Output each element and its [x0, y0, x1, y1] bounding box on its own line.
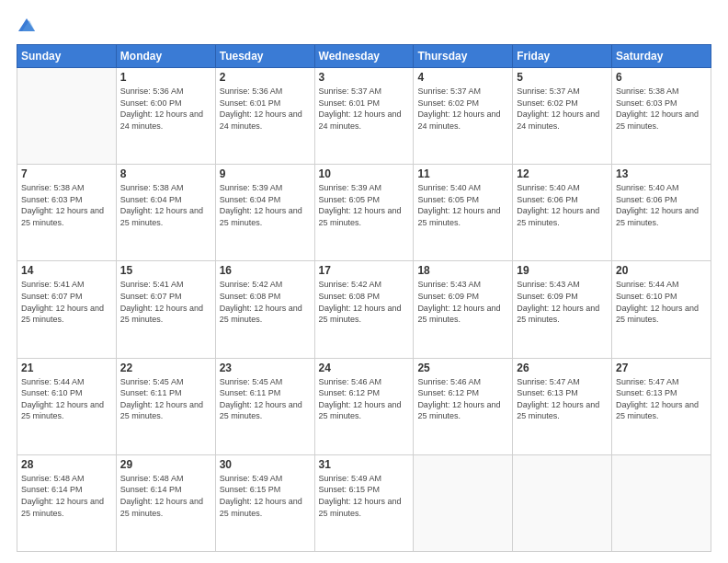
day-number: 9	[220, 167, 311, 180]
day-info: Sunrise: 5:47 AMSunset: 6:13 PMDaylight:…	[616, 376, 707, 422]
day-info: Sunrise: 5:36 AMSunset: 6:01 PMDaylight:…	[220, 86, 311, 132]
day-info: Sunrise: 5:48 AMSunset: 6:14 PMDaylight:…	[120, 473, 211, 519]
calendar-week-row: 14Sunrise: 5:41 AMSunset: 6:07 PMDayligh…	[17, 261, 711, 358]
calendar-cell: 19Sunrise: 5:43 AMSunset: 6:09 PMDayligh…	[513, 261, 612, 358]
calendar-cell: 18Sunrise: 5:43 AMSunset: 6:09 PMDayligh…	[414, 261, 513, 358]
day-number: 13	[616, 167, 707, 180]
day-number: 3	[319, 71, 410, 84]
day-info: Sunrise: 5:42 AMSunset: 6:08 PMDaylight:…	[319, 279, 410, 325]
calendar-cell	[612, 454, 711, 551]
day-number: 7	[21, 167, 112, 180]
day-info: Sunrise: 5:47 AMSunset: 6:13 PMDaylight:…	[517, 376, 608, 422]
calendar-cell: 14Sunrise: 5:41 AMSunset: 6:07 PMDayligh…	[17, 261, 117, 358]
day-number: 11	[417, 167, 508, 180]
day-number: 10	[319, 167, 410, 180]
calendar-cell: 6Sunrise: 5:38 AMSunset: 6:03 PMDaylight…	[612, 68, 711, 165]
weekday-header: Sunday	[17, 45, 117, 68]
day-info: Sunrise: 5:43 AMSunset: 6:09 PMDaylight:…	[517, 279, 608, 325]
calendar-cell: 16Sunrise: 5:42 AMSunset: 6:08 PMDayligh…	[215, 261, 314, 358]
day-info: Sunrise: 5:38 AMSunset: 6:03 PMDaylight:…	[21, 182, 112, 228]
calendar-cell: 7Sunrise: 5:38 AMSunset: 6:03 PMDaylight…	[17, 165, 117, 261]
calendar-cell: 23Sunrise: 5:45 AMSunset: 6:11 PMDayligh…	[215, 358, 314, 454]
day-number: 8	[120, 167, 211, 180]
day-info: Sunrise: 5:41 AMSunset: 6:07 PMDaylight:…	[120, 279, 211, 325]
day-info: Sunrise: 5:42 AMSunset: 6:08 PMDaylight:…	[220, 279, 311, 325]
logo-icon	[17, 15, 37, 35]
day-info: Sunrise: 5:40 AMSunset: 6:05 PMDaylight:…	[417, 182, 508, 228]
calendar-cell: 4Sunrise: 5:37 AMSunset: 6:02 PMDaylight…	[414, 68, 513, 165]
logo	[17, 17, 39, 35]
day-info: Sunrise: 5:37 AMSunset: 6:02 PMDaylight:…	[417, 86, 508, 132]
weekday-header-row: SundayMondayTuesdayWednesdayThursdayFrid…	[17, 45, 711, 68]
day-number: 1	[120, 71, 211, 84]
day-number: 2	[220, 71, 311, 84]
day-info: Sunrise: 5:36 AMSunset: 6:00 PMDaylight:…	[120, 86, 211, 132]
day-number: 27	[616, 362, 707, 374]
calendar-week-row: 21Sunrise: 5:44 AMSunset: 6:10 PMDayligh…	[17, 358, 711, 454]
calendar-cell: 9Sunrise: 5:39 AMSunset: 6:04 PMDaylight…	[215, 165, 314, 261]
day-number: 4	[417, 71, 508, 84]
calendar-week-row: 7Sunrise: 5:38 AMSunset: 6:03 PMDaylight…	[17, 165, 711, 261]
day-info: Sunrise: 5:49 AMSunset: 6:15 PMDaylight:…	[319, 473, 410, 519]
day-info: Sunrise: 5:37 AMSunset: 6:01 PMDaylight:…	[319, 86, 410, 132]
page: SundayMondayTuesdayWednesdayThursdayFrid…	[0, 0, 728, 563]
calendar-table: SundayMondayTuesdayWednesdayThursdayFrid…	[17, 44, 711, 552]
calendar-cell: 26Sunrise: 5:47 AMSunset: 6:13 PMDayligh…	[513, 358, 612, 454]
day-number: 20	[616, 264, 707, 277]
day-number: 28	[21, 458, 112, 471]
day-number: 15	[120, 264, 211, 277]
day-info: Sunrise: 5:38 AMSunset: 6:04 PMDaylight:…	[120, 182, 211, 228]
calendar-cell: 22Sunrise: 5:45 AMSunset: 6:11 PMDayligh…	[116, 358, 215, 454]
calendar-cell: 10Sunrise: 5:39 AMSunset: 6:05 PMDayligh…	[314, 165, 414, 261]
day-number: 22	[120, 362, 211, 374]
calendar-cell: 28Sunrise: 5:48 AMSunset: 6:14 PMDayligh…	[17, 454, 117, 551]
day-number: 31	[319, 458, 410, 471]
day-info: Sunrise: 5:37 AMSunset: 6:02 PMDaylight:…	[517, 86, 608, 132]
day-number: 12	[517, 167, 608, 180]
calendar-cell: 30Sunrise: 5:49 AMSunset: 6:15 PMDayligh…	[215, 454, 314, 551]
calendar-cell	[414, 454, 513, 551]
day-info: Sunrise: 5:38 AMSunset: 6:03 PMDaylight:…	[616, 86, 707, 132]
calendar-cell: 3Sunrise: 5:37 AMSunset: 6:01 PMDaylight…	[314, 68, 414, 165]
day-info: Sunrise: 5:39 AMSunset: 6:05 PMDaylight:…	[319, 182, 410, 228]
calendar-cell: 1Sunrise: 5:36 AMSunset: 6:00 PMDaylight…	[116, 68, 215, 165]
day-info: Sunrise: 5:46 AMSunset: 6:12 PMDaylight:…	[417, 376, 508, 422]
calendar-week-row: 1Sunrise: 5:36 AMSunset: 6:00 PMDaylight…	[17, 68, 711, 165]
day-info: Sunrise: 5:45 AMSunset: 6:11 PMDaylight:…	[120, 376, 211, 422]
day-number: 17	[319, 264, 410, 277]
weekday-header: Thursday	[414, 45, 513, 68]
day-info: Sunrise: 5:41 AMSunset: 6:07 PMDaylight:…	[21, 279, 112, 325]
weekday-header: Tuesday	[215, 45, 314, 68]
calendar-cell: 31Sunrise: 5:49 AMSunset: 6:15 PMDayligh…	[314, 454, 414, 551]
weekday-header: Monday	[116, 45, 215, 68]
calendar-cell: 25Sunrise: 5:46 AMSunset: 6:12 PMDayligh…	[414, 358, 513, 454]
calendar-cell: 13Sunrise: 5:40 AMSunset: 6:06 PMDayligh…	[612, 165, 711, 261]
calendar-cell: 17Sunrise: 5:42 AMSunset: 6:08 PMDayligh…	[314, 261, 414, 358]
day-info: Sunrise: 5:49 AMSunset: 6:15 PMDaylight:…	[220, 473, 311, 519]
calendar-cell: 24Sunrise: 5:46 AMSunset: 6:12 PMDayligh…	[314, 358, 414, 454]
day-info: Sunrise: 5:46 AMSunset: 6:12 PMDaylight:…	[319, 376, 410, 422]
header	[17, 17, 711, 35]
calendar-cell: 21Sunrise: 5:44 AMSunset: 6:10 PMDayligh…	[17, 358, 117, 454]
calendar-cell: 8Sunrise: 5:38 AMSunset: 6:04 PMDaylight…	[116, 165, 215, 261]
calendar-cell: 27Sunrise: 5:47 AMSunset: 6:13 PMDayligh…	[612, 358, 711, 454]
calendar-cell: 11Sunrise: 5:40 AMSunset: 6:05 PMDayligh…	[414, 165, 513, 261]
day-info: Sunrise: 5:40 AMSunset: 6:06 PMDaylight:…	[616, 182, 707, 228]
weekday-header: Friday	[513, 45, 612, 68]
day-number: 25	[417, 362, 508, 374]
calendar-week-row: 28Sunrise: 5:48 AMSunset: 6:14 PMDayligh…	[17, 454, 711, 551]
calendar-cell: 5Sunrise: 5:37 AMSunset: 6:02 PMDaylight…	[513, 68, 612, 165]
calendar-cell	[17, 68, 117, 165]
calendar-cell: 15Sunrise: 5:41 AMSunset: 6:07 PMDayligh…	[116, 261, 215, 358]
calendar-cell	[513, 454, 612, 551]
day-number: 14	[21, 264, 112, 277]
day-number: 6	[616, 71, 707, 84]
day-number: 21	[21, 362, 112, 374]
day-info: Sunrise: 5:43 AMSunset: 6:09 PMDaylight:…	[417, 279, 508, 325]
calendar-cell: 12Sunrise: 5:40 AMSunset: 6:06 PMDayligh…	[513, 165, 612, 261]
calendar-cell: 20Sunrise: 5:44 AMSunset: 6:10 PMDayligh…	[612, 261, 711, 358]
calendar-cell: 2Sunrise: 5:36 AMSunset: 6:01 PMDaylight…	[215, 68, 314, 165]
day-info: Sunrise: 5:44 AMSunset: 6:10 PMDaylight:…	[21, 376, 112, 422]
weekday-header: Wednesday	[314, 45, 414, 68]
day-info: Sunrise: 5:40 AMSunset: 6:06 PMDaylight:…	[517, 182, 608, 228]
